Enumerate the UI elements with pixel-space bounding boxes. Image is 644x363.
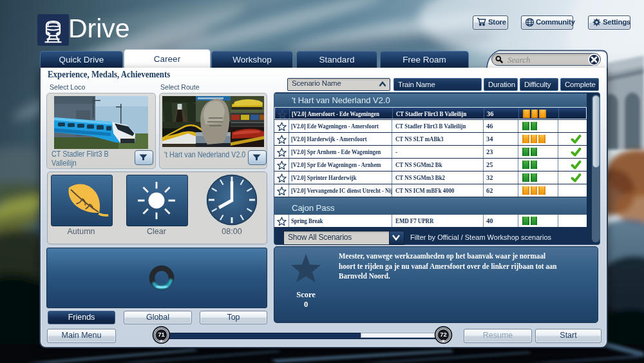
svg-text:71: 71	[158, 331, 165, 338]
svg-text:72: 72	[440, 331, 447, 338]
